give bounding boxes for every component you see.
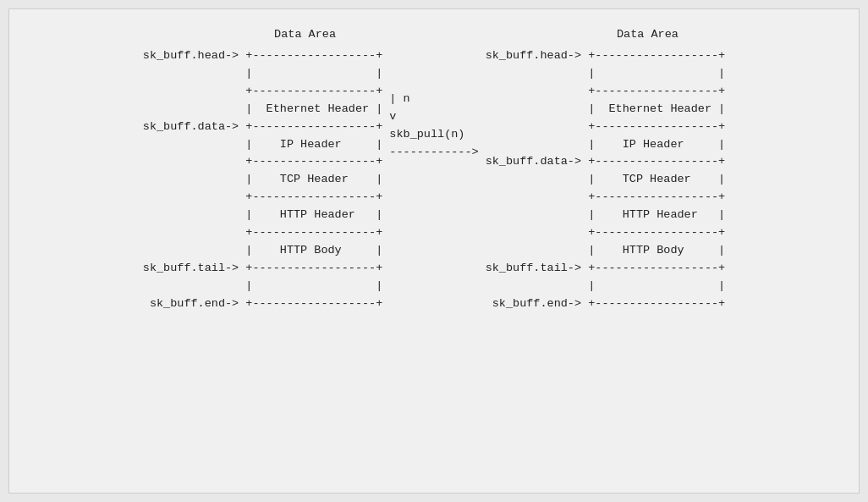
right-line: | IP Header | bbox=[486, 136, 726, 154]
left-lines: sk_buff.head-> +------------------+ | | … bbox=[143, 47, 383, 313]
left-line: sk_buff.head-> +------------------+ bbox=[143, 47, 383, 65]
left-line: +------------------+ bbox=[143, 224, 383, 242]
right-line: sk_buff.end-> +------------------+ bbox=[486, 295, 726, 313]
right-line: | TCP Header | bbox=[486, 171, 726, 189]
left-line: | TCP Header | bbox=[143, 171, 383, 189]
right-line: +------------------+ bbox=[486, 189, 726, 207]
right-title: Data Area bbox=[570, 26, 726, 44]
middle-block: | nvskb_pull(n)------------> bbox=[382, 26, 485, 162]
left-line: sk_buff.data-> +------------------+ bbox=[143, 119, 383, 136]
left-line: +------------------+ bbox=[143, 153, 383, 171]
left-line: | | bbox=[143, 65, 383, 83]
right-line: sk_buff.data-> +------------------+ bbox=[486, 153, 726, 171]
right-line: | HTTP Body | bbox=[486, 242, 726, 260]
right-line: +------------------+ bbox=[486, 83, 726, 101]
right-line: +------------------+ bbox=[486, 119, 726, 136]
main-container: Data Area sk_buff.head-> +--------------… bbox=[8, 8, 860, 494]
middle-line: skb_pull(n) bbox=[389, 126, 478, 144]
right-line: sk_buff.tail-> +------------------+ bbox=[486, 260, 726, 278]
left-line: | | bbox=[143, 278, 383, 295]
left-line: | Ethernet Header | bbox=[143, 101, 383, 119]
left-line: | IP Header | bbox=[143, 136, 383, 154]
right-lines: sk_buff.head-> +------------------+ | | … bbox=[486, 47, 726, 313]
right-diagram: Data Area sk_buff.head-> +--------------… bbox=[486, 26, 726, 313]
left-diagram: Data Area sk_buff.head-> +--------------… bbox=[143, 26, 383, 313]
right-line: | | bbox=[486, 65, 726, 83]
left-line: +------------------+ bbox=[143, 83, 383, 101]
left-title: Data Area bbox=[228, 26, 383, 44]
right-line: | | bbox=[486, 278, 726, 295]
right-line: | Ethernet Header | bbox=[486, 101, 726, 119]
left-line: sk_buff.tail-> +------------------+ bbox=[143, 260, 383, 278]
left-line: sk_buff.end-> +------------------+ bbox=[143, 295, 383, 313]
right-line: +------------------+ bbox=[486, 224, 726, 242]
middle-line: v bbox=[389, 108, 478, 126]
right-line: sk_buff.head-> +------------------+ bbox=[486, 47, 726, 65]
middle-line: | n bbox=[389, 91, 478, 108]
left-line: +------------------+ bbox=[143, 189, 383, 207]
middle-line: ------------> bbox=[389, 144, 478, 162]
right-line: | HTTP Header | bbox=[486, 207, 726, 224]
left-line: | HTTP Body | bbox=[143, 242, 383, 260]
left-line: | HTTP Header | bbox=[143, 207, 383, 224]
